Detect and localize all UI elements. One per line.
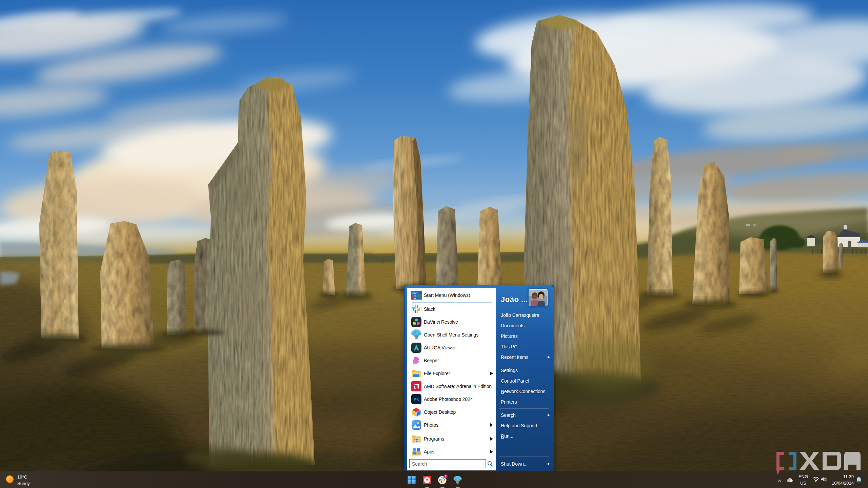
svg-text:Start: Start (412, 291, 418, 294)
svg-text:Ps: Ps (413, 397, 419, 402)
